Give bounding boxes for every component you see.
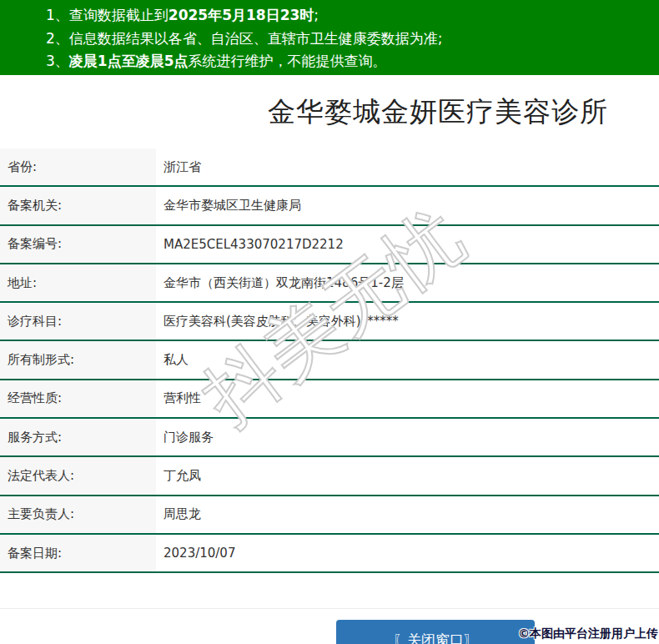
row-label: 服务方式: — [0, 419, 156, 455]
notice-text: 2、信息数据结果以各省、自治区、直辖市卫生健康委数据为准; — [46, 30, 443, 47]
table-row-main-person-in-charge: 主要负责人: 周思龙 — [0, 496, 659, 535]
notice-text: 1、查询数据截止到 — [46, 7, 169, 23]
row-value: 丁允凤 — [156, 457, 659, 494]
record-info-table: 省份: 浙江省 备案机关: 金华市婺城区卫生健康局 备案编号: MA2E5CEL… — [0, 148, 659, 573]
row-value: 金华市（西关街道）双龙南街1486号1-2层 — [156, 264, 659, 301]
row-value: 门诊服务 — [156, 419, 659, 455]
table-row-filing-date: 备案日期: 2023/10/07 — [0, 535, 659, 573]
row-label: 主要负责人: — [0, 496, 156, 533]
table-row-legal-representative: 法定代表人: 丁允凤 — [0, 457, 659, 496]
row-value: 医疗美容科(美容皮肤科、美容外科)****** — [156, 303, 659, 340]
table-row-treatment-subjects: 诊疗科目: 医疗美容科(美容皮肤科、美容外科)****** — [0, 303, 659, 341]
notice-text: 系统进行维护，不能提供查询。 — [189, 53, 387, 69]
notice-bold-text: 2025年5月18日23时 — [169, 7, 314, 23]
credit-watermark: ©本图由平台注册用户上传 — [518, 626, 658, 641]
row-label: 备案机关: — [0, 187, 156, 224]
page-title: 金华婺城金妍医疗美容诊所 — [268, 93, 608, 131]
table-row-filing-number: 备案编号: MA2E5CEL433070217D2212 — [0, 226, 659, 264]
row-label: 备案编号: — [0, 226, 156, 263]
title-row: 金华婺城金妍医疗美容诊所 — [0, 75, 659, 148]
table-row-province: 省份: 浙江省 — [0, 148, 659, 187]
row-value: 周思龙 — [156, 496, 659, 533]
row-value: MA2E5CEL433070217D2212 — [156, 226, 659, 263]
notice-text: 3、 — [46, 53, 69, 69]
row-label: 诊疗科目: — [0, 303, 156, 340]
row-label: 所有制形式: — [0, 341, 156, 378]
row-value: 浙江省 — [156, 148, 659, 185]
notice-line-1: 1、查询数据截止到2025年5月18日23时; — [46, 4, 651, 28]
notice-bold-text: 凌晨1点至凌晨5点 — [69, 53, 189, 69]
table-row-filing-authority: 备案机关: 金华市婺城区卫生健康局 — [0, 187, 659, 225]
table-row-ownership-form: 所有制形式: 私人 — [0, 341, 659, 380]
bottom-divider — [0, 608, 659, 609]
notice-line-3: 3、凌晨1点至凌晨5点系统进行维护，不能提供查询。 — [46, 50, 651, 73]
table-row-address: 地址: 金华市（西关街道）双龙南街1486号1-2层 — [0, 264, 659, 303]
table-row-operation-nature: 经营性质: 营利性 — [0, 380, 659, 419]
notice-banner: 1、查询数据截止到2025年5月18日23时; 2、信息数据结果以各省、自治区、… — [0, 0, 659, 75]
notice-text: ; — [314, 7, 319, 23]
row-label: 法定代表人: — [0, 457, 156, 494]
close-window-button[interactable]: 〖关闭窗口〗 — [336, 620, 535, 644]
query-result-page: 1、查询数据截止到2025年5月18日23时; 2、信息数据结果以各省、自治区、… — [0, 0, 659, 644]
row-value: 金华市婺城区卫生健康局 — [156, 187, 659, 224]
row-label: 经营性质: — [0, 380, 156, 417]
row-label: 地址: — [0, 264, 156, 301]
row-label: 省份: — [0, 148, 156, 185]
table-row-service-mode: 服务方式: 门诊服务 — [0, 419, 659, 457]
row-value: 营利性 — [156, 380, 659, 417]
notice-line-2: 2、信息数据结果以各省、自治区、直辖市卫生健康委数据为准; — [46, 28, 651, 51]
row-label: 备案日期: — [0, 535, 156, 571]
row-value: 2023/10/07 — [156, 535, 659, 571]
row-value: 私人 — [156, 341, 659, 378]
